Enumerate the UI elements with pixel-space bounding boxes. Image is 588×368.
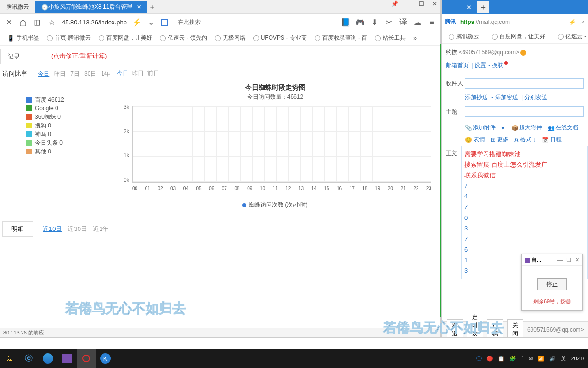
file-explorer-icon[interactable]: 🗂 bbox=[0, 349, 19, 368]
bookmark-item[interactable]: 百度网盘，让美好 bbox=[95, 34, 156, 42]
bookmark-item[interactable]: 百度网盘，让美好 bbox=[488, 33, 549, 41]
nav-skin[interactable]: 换肤 bbox=[492, 62, 503, 69]
share-icon[interactable]: ↗ bbox=[580, 19, 585, 25]
detail-link-10d[interactable]: 近10日 bbox=[43, 225, 62, 233]
subject-label: 主题 bbox=[446, 108, 465, 116]
chart-title: 今日蜘蛛时段走势图 bbox=[117, 83, 433, 92]
format-button[interactable]: A 格式↓ bbox=[514, 136, 536, 144]
bookmark-item[interactable]: 亿速云 - 领先的 bbox=[554, 33, 588, 41]
bookmark-item[interactable]: UFOVPS - 专业高 bbox=[249, 34, 311, 42]
chevron-up-icon[interactable]: ˄ bbox=[521, 356, 524, 362]
bookmark-item[interactable]: 首页-腾讯微云 bbox=[43, 34, 95, 42]
close-icon[interactable]: ✕ bbox=[137, 4, 141, 10]
edge-icon[interactable]: ⓔ bbox=[19, 349, 38, 368]
trend-link-today[interactable]: 今日 bbox=[117, 69, 128, 78]
bookmark-item[interactable]: 百度收录查询 - 百 bbox=[311, 34, 372, 42]
tray-icon[interactable]: 📋 bbox=[498, 356, 505, 362]
nav-settings[interactable]: 设置 bbox=[475, 62, 486, 69]
tray-icon[interactable]: ✉ bbox=[529, 356, 533, 362]
minimize-button[interactable]: — bbox=[405, 0, 411, 7]
windows-taskbar: 🗂 ⓔ K ⓘ 🔴 📋 🧩 ˄ ✉ 📶 🔊 英 2021/ bbox=[0, 349, 588, 368]
flash-icon[interactable]: ⚡ bbox=[569, 19, 576, 25]
save-draft-button[interactable]: 存稿 bbox=[487, 319, 503, 338]
bookmark-more[interactable]: » bbox=[409, 35, 420, 42]
large-attachment[interactable]: 📦超大附件 bbox=[511, 124, 542, 132]
right-url[interactable]: https://mail.qq.com bbox=[460, 19, 510, 25]
stop-button[interactable]: 停止 bbox=[537, 278, 567, 290]
record-icon[interactable] bbox=[77, 349, 96, 368]
detail-link-30d[interactable]: 近30日 bbox=[68, 225, 87, 233]
bookmark-item[interactable]: 无极网络 bbox=[211, 34, 249, 42]
online-doc[interactable]: 👥在线文档 bbox=[548, 124, 578, 132]
popup-maximize[interactable]: ☐ bbox=[566, 257, 571, 263]
bookmark-item[interactable]: 📱 手机书签 bbox=[3, 34, 43, 42]
tab-record[interactable]: 记录 bbox=[0, 49, 27, 64]
right-new-tab[interactable]: ＋ bbox=[477, 1, 489, 13]
download-icon[interactable]: ⬇ bbox=[370, 18, 379, 27]
ratio-link-1y[interactable]: 1年 bbox=[101, 70, 110, 78]
warning-icon[interactable] bbox=[520, 50, 526, 56]
translate-icon[interactable]: 译 bbox=[399, 18, 407, 27]
tray-icon[interactable]: 🧩 bbox=[509, 356, 516, 362]
close-compose-button[interactable]: 关闭 bbox=[507, 319, 523, 338]
book-icon[interactable] bbox=[33, 18, 42, 27]
legend-item: 百度 46612 bbox=[26, 95, 105, 104]
tray-icon[interactable]: ⓘ bbox=[476, 355, 482, 362]
home-icon[interactable] bbox=[19, 18, 27, 27]
browser360-icon[interactable] bbox=[38, 349, 57, 368]
send-button[interactable]: 发送 bbox=[447, 319, 463, 338]
right-tab-close[interactable]: ✕ bbox=[442, 1, 475, 13]
add-cc[interactable]: 添加抄送 bbox=[465, 94, 488, 101]
bookmark-item[interactable]: 腾讯微云 bbox=[445, 33, 483, 41]
star-icon[interactable]: ☆ bbox=[47, 18, 56, 27]
wifi-icon[interactable]: 📶 bbox=[538, 356, 544, 362]
menu-icon[interactable]: ≡ bbox=[428, 18, 436, 27]
trend-link-before[interactable]: 前日 bbox=[147, 69, 159, 78]
tray-record-icon[interactable]: 🔴 bbox=[486, 356, 493, 362]
close-page-icon[interactable]: ✕ bbox=[4, 18, 13, 27]
scheduled-send-button[interactable]: 定时发送 bbox=[467, 311, 483, 338]
ratio-link-yesterday[interactable]: 昨日 bbox=[54, 70, 66, 78]
cloud-icon[interactable]: ☁ bbox=[413, 18, 422, 27]
bookmark-item[interactable]: 亿速云 - 领先的 bbox=[156, 34, 211, 42]
ratio-link-7d[interactable]: 7日 bbox=[70, 70, 79, 78]
scissors-icon[interactable]: ✂ bbox=[384, 18, 393, 27]
ime-indicator[interactable]: 英 bbox=[561, 355, 566, 362]
maximize-button[interactable]: ☐ bbox=[418, 0, 425, 7]
pin-icon[interactable]: 📌 bbox=[391, 0, 398, 7]
popup-close[interactable]: ✕ bbox=[575, 257, 579, 263]
tab-1[interactable]: 腾讯微云 bbox=[0, 1, 35, 13]
recalc-hint[interactable]: (点击修正/重新计算) bbox=[51, 52, 107, 60]
trend-link-yesterday[interactable]: 昨日 bbox=[132, 69, 144, 78]
url-text[interactable]: 45.80.113.26/index.php bbox=[62, 19, 127, 26]
volume-icon[interactable]: 🔊 bbox=[549, 356, 556, 362]
app-icon[interactable] bbox=[57, 349, 77, 368]
separate-send[interactable]: 分别发送 bbox=[524, 94, 547, 101]
clock[interactable]: 2021/ bbox=[571, 356, 584, 361]
add-attachment[interactable]: 📎添加附件 | ▼ bbox=[465, 124, 506, 132]
detail-link-1y[interactable]: 近1年 bbox=[93, 225, 109, 233]
legend-item: 360蜘蛛 0 bbox=[26, 113, 105, 121]
subject-input[interactable] bbox=[465, 106, 584, 117]
add-bcc[interactable]: 添加密送 bbox=[495, 94, 518, 101]
to-input[interactable] bbox=[465, 78, 584, 89]
chevron-down-icon[interactable]: ⌄ bbox=[147, 18, 156, 27]
bookmark-item[interactable]: 站长工具 bbox=[371, 34, 409, 42]
emoji-button[interactable]: 😊 表情 bbox=[465, 136, 485, 144]
new-tab-button[interactable]: ＋ bbox=[147, 3, 157, 12]
docs-icon[interactable]: 📘 bbox=[341, 18, 350, 27]
schedule-button[interactable]: 📅 日程 bbox=[542, 136, 562, 144]
series-dot-icon bbox=[242, 203, 246, 207]
more-button[interactable]: ⊞ 更多 bbox=[491, 136, 509, 144]
tab-2-active[interactable]: 🕘 小旋风万能蜘蛛池X8.11后台管理✕ bbox=[35, 1, 147, 13]
nav-home[interactable]: 邮箱首页 bbox=[446, 62, 469, 69]
close-button[interactable]: ✕ bbox=[431, 0, 438, 7]
flash-icon[interactable]: ⚡ bbox=[133, 18, 141, 27]
popup-minimize[interactable]: — bbox=[557, 257, 563, 263]
ratio-link-30d[interactable]: 30日 bbox=[84, 70, 96, 78]
ratio-link-today[interactable]: 今日 bbox=[38, 70, 49, 78]
detail-tab[interactable]: 明细 bbox=[2, 221, 33, 237]
kugou-icon[interactable]: K bbox=[96, 349, 115, 368]
search-placeholder[interactable]: 在此搜索 bbox=[178, 18, 201, 26]
game-icon[interactable]: 🎮 bbox=[356, 18, 364, 27]
